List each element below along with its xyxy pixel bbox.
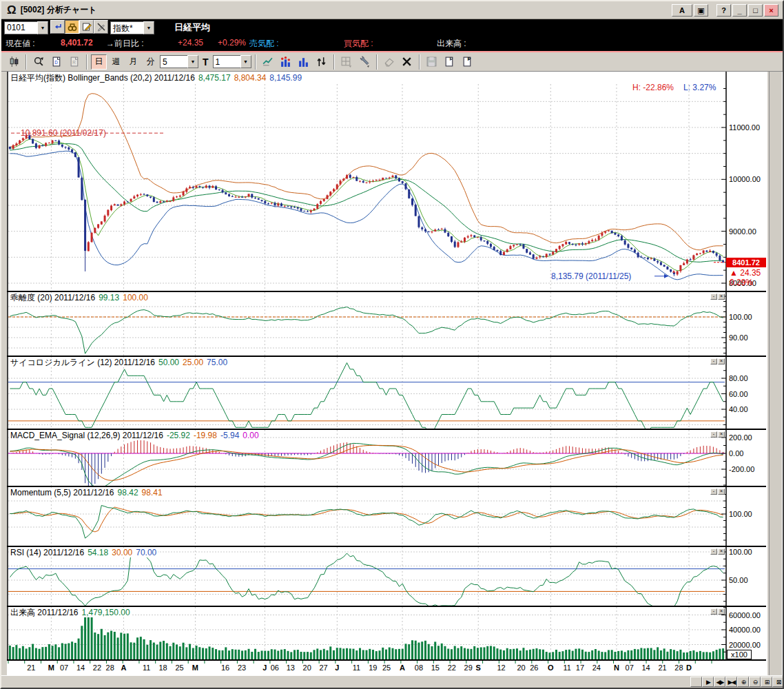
kairi-panel-minimize-button[interactable]: -: [710, 294, 717, 300]
rsi-panel-close-button[interactable]: ×: [718, 548, 725, 555]
svg-text:D: D: [54, 60, 58, 65]
category-select[interactable]: 指数*: [110, 21, 143, 34]
ask-label: 売気配 :: [249, 38, 279, 50]
psych-ytick: 80.00: [729, 374, 748, 382]
close-button[interactable]: ×: [764, 4, 778, 17]
tick-count-select[interactable]: 1: [213, 55, 240, 68]
rsi-panel-minimize-button[interactable]: -: [710, 548, 717, 555]
rsi-panel-header: RSI (14) 2011/12/1654.1830.0070.00: [9, 548, 158, 557]
psych-ytick: 60.00: [729, 390, 748, 398]
psych-panel-close-button[interactable]: ×: [718, 358, 725, 364]
category-dropdown[interactable]: ▼: [143, 21, 154, 34]
edit-note-icon: [81, 22, 92, 32]
eraser-icon: [383, 56, 395, 68]
x-axis-label: 14: [76, 664, 85, 672]
zoom-select-button[interactable]: [30, 54, 47, 70]
minute-interval-select-arrow[interactable]: ▼: [187, 55, 198, 68]
period-minute-button[interactable]: 分: [143, 54, 158, 70]
momentum-panel-minimize-button[interactable]: -: [710, 489, 717, 495]
grid-view-button[interactable]: ⊞: [761, 677, 772, 687]
momentum-ytick: 100.00: [729, 510, 752, 518]
x-axis-label: 11: [353, 664, 360, 672]
print-preview-button[interactable]: P: [442, 54, 458, 70]
indicator-add-button[interactable]: [278, 54, 294, 70]
window-title: [5002] 分析チャート: [21, 4, 97, 16]
scroll-handle-button[interactable]: [690, 677, 702, 687]
minute-interval-select[interactable]: 5: [160, 55, 187, 68]
new-page-button[interactable]: D: [48, 54, 65, 70]
kairi-panel-header: 乖離度 (20) 2011/12/1699.13100.00: [9, 293, 149, 302]
delete-all-button[interactable]: [399, 54, 415, 70]
current-price-change: ▲ 24.35: [730, 268, 761, 278]
rsi-ytick: 50.00: [729, 576, 748, 584]
chart-style-button[interactable]: [6, 54, 22, 70]
macd-panel-minimize-button[interactable]: -: [710, 431, 717, 438]
x-axis-label: A: [121, 664, 126, 672]
high-low-percent: H: -22.86%L: 3.27%: [632, 83, 716, 92]
x-axis-label: M: [48, 664, 54, 672]
page-p1-icon: P: [444, 56, 456, 68]
volume-panel-minimize-button[interactable]: -: [710, 608, 717, 615]
x-axis-label: 21: [27, 664, 35, 672]
zoom-out-button[interactable]: ⊖: [749, 677, 761, 687]
volume-label: 出来高 :: [437, 38, 466, 50]
no-draw-icon: [95, 22, 107, 32]
page-p2-icon: P: [462, 56, 474, 68]
enter-button[interactable]: [50, 20, 65, 34]
volume-toggle-button[interactable]: [296, 54, 312, 70]
toolbar-separator: [376, 54, 378, 70]
minimize-button[interactable]: _: [732, 4, 747, 17]
expand-horizontal-button[interactable]: ◀▶: [714, 677, 725, 687]
chart-canvas[interactable]: [1, 72, 767, 675]
symbol-code-input[interactable]: [4, 21, 37, 34]
copy-window-button[interactable]: ▣: [694, 4, 708, 17]
kairi-ytick: 90.00: [729, 333, 748, 342]
change-value: +24.35: [178, 38, 203, 48]
period-weekly-button[interactable]: 週: [108, 54, 124, 70]
kairi-panel-close-button[interactable]: ×: [718, 294, 725, 300]
font-button[interactable]: A: [672, 4, 692, 17]
momentum-panel-close-button[interactable]: ×: [718, 489, 725, 495]
arrows-updown-icon: [316, 56, 328, 68]
search-binoculars-button[interactable]: [65, 20, 79, 34]
x-axis-label: 20: [517, 664, 526, 672]
x-axis-label: 22: [93, 664, 101, 672]
drawing-off-button[interactable]: [94, 20, 108, 34]
print-button[interactable]: P: [460, 54, 476, 70]
psych-panel-minimize-button[interactable]: -: [710, 358, 717, 364]
app-logo-icon: Ω: [7, 3, 17, 17]
x-axis-label: J: [335, 664, 339, 672]
tick-count-select-arrow[interactable]: ▼: [240, 55, 251, 68]
toolbar-separator: [333, 54, 335, 70]
symbol-code-dropdown[interactable]: ▼: [37, 21, 48, 34]
main-ytick: 11000.00: [729, 123, 760, 132]
maximize-button[interactable]: □: [748, 4, 763, 17]
x-axis-label: 16: [221, 664, 229, 672]
right-scrollbar[interactable]: [769, 72, 783, 675]
x-axis-label: 28: [674, 664, 683, 672]
x-axis-label: 08: [415, 664, 423, 672]
x-axis-label: 28: [106, 664, 114, 672]
period-daily-button[interactable]: 日: [91, 54, 107, 70]
trendline-icon: [262, 56, 274, 68]
enter-arrow-icon: [52, 22, 63, 32]
close-chart-button[interactable]: ⊠: [772, 677, 784, 687]
settings-tools-button[interactable]: [356, 54, 373, 70]
volume-panel-close-button[interactable]: ×: [718, 608, 725, 615]
psych-panel-header: サイコロジカルライン (12) 2011/12/1650.0025.0075.0…: [9, 358, 229, 367]
scale-toggle-button[interactable]: [313, 54, 330, 70]
change-pct-value: +0.29%: [218, 38, 246, 48]
macd-panel-close-button[interactable]: ×: [718, 431, 725, 438]
scroll-right-button[interactable]: ▶: [702, 677, 714, 687]
x-axis-label: 12: [497, 664, 505, 672]
candlesticks-icon: [8, 56, 20, 68]
memo-edit-button[interactable]: [79, 20, 94, 34]
trendline-button[interactable]: [260, 54, 276, 70]
toolbar-separator: [25, 54, 27, 70]
zoom-in-button[interactable]: ⊕: [737, 677, 749, 687]
delete-x-icon: [401, 56, 413, 68]
compress-horizontal-button[interactable]: ▶◀: [725, 677, 737, 687]
tick-label: T: [203, 56, 209, 68]
period-monthly-button[interactable]: 月: [125, 54, 141, 70]
help-button[interactable]: ?: [716, 4, 731, 17]
